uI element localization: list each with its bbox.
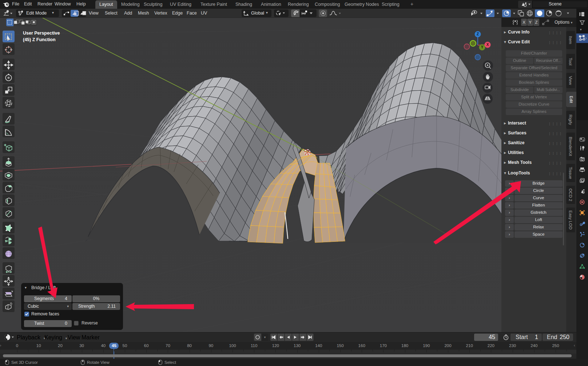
svg-text:Y: Y [481, 45, 484, 49]
svg-text:(45) Z Function: (45) Z Function [23, 37, 56, 42]
svg-text:X: X [486, 43, 489, 47]
svg-text:User Perspective: User Perspective [23, 31, 60, 36]
svg-text:Z: Z [477, 32, 479, 36]
